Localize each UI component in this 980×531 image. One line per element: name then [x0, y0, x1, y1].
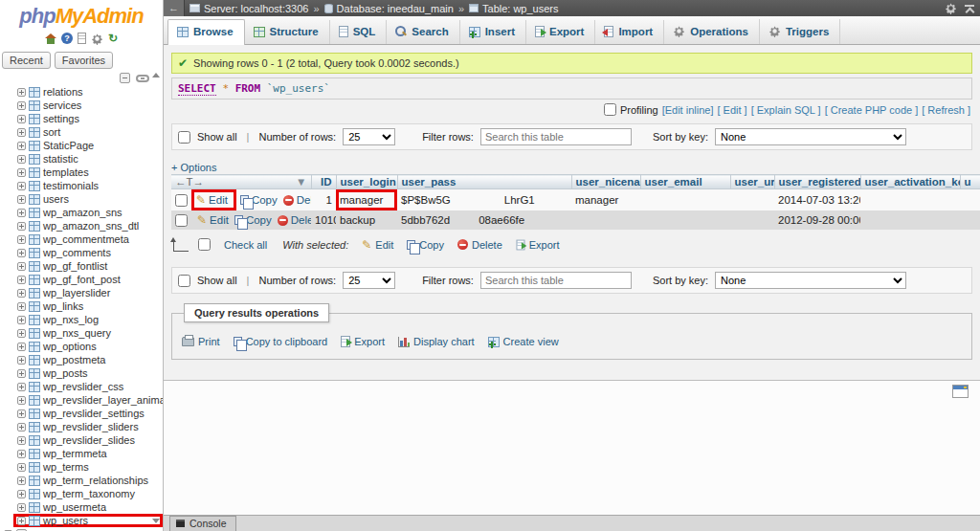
sidebar-table-item[interactable]: wp_postmeta	[13, 353, 163, 366]
check-all-checkbox[interactable]	[198, 238, 211, 251]
expand-icon[interactable]	[17, 88, 26, 97]
sidebar-table-item[interactable]: wp_options	[13, 340, 163, 353]
expand-icon[interactable]	[17, 222, 26, 231]
expand-icon[interactable]	[17, 383, 26, 391]
sidebar-table-item[interactable]: wp_commentmeta	[13, 232, 163, 246]
column-header-user-login[interactable]: user_login	[336, 175, 397, 189]
expand-icon[interactable]	[17, 128, 26, 137]
tab-insert[interactable]: Insert	[460, 20, 526, 44]
edit-inline-link[interactable]: [Edit inline]	[662, 104, 714, 116]
link-panel-icon[interactable]	[136, 75, 149, 82]
sort-by-key-select[interactable]: None	[715, 272, 906, 289]
sidebar-table-item[interactable]: wp_revslider_settings	[13, 407, 163, 420]
sidebar-table-item[interactable]: wp_nxs_query	[13, 326, 163, 340]
delete-row-link[interactable]: Delete	[283, 194, 311, 206]
sidebar-table-item[interactable]: settings	[13, 112, 163, 125]
column-header-user-email[interactable]: user_email	[640, 175, 730, 189]
expand-icon[interactable]	[17, 329, 26, 338]
expand-icon[interactable]	[17, 356, 26, 365]
with-selected-edit[interactable]: ✎Edit	[362, 239, 393, 251]
expand-icon[interactable]	[17, 436, 26, 445]
back-button[interactable]: ←	[164, 0, 185, 16]
expand-icon[interactable]	[17, 517, 26, 525]
expand-icon[interactable]	[17, 423, 26, 431]
sidebar-table-item[interactable]: wp_termmeta	[13, 447, 163, 460]
console-toggle[interactable]: Console	[169, 516, 236, 531]
home-icon[interactable]	[45, 33, 56, 44]
tab-operations[interactable]: Operations	[664, 19, 760, 44]
sidebar-table-item[interactable]: wp_term_taxonomy	[13, 487, 163, 500]
help-icon[interactable]: ?	[61, 33, 73, 44]
expand-icon[interactable]	[17, 369, 26, 378]
favorites-button[interactable]: Favorites	[55, 52, 113, 69]
expand-icon[interactable]	[17, 396, 26, 405]
expand-icon[interactable]	[17, 409, 26, 418]
collapse-all-icon[interactable]	[120, 73, 130, 83]
sort-desc-icon[interactable]: ▼	[296, 176, 306, 188]
sidebar-table-item[interactable]: wp_amazon_sns_dtl	[13, 219, 163, 232]
export-link[interactable]: Export	[341, 336, 385, 347]
explain-sql-link[interactable]: [ Explain SQL ]	[751, 104, 821, 116]
column-header-user-url[interactable]: user_url	[730, 175, 774, 189]
sidebar-table-item[interactable]: wp_usermeta	[13, 500, 163, 514]
recent-button[interactable]: Recent	[2, 52, 51, 69]
expand-icon[interactable]	[17, 195, 26, 204]
copy-row-link[interactable]: Copy	[240, 194, 278, 206]
tab-structure[interactable]: Structure	[245, 20, 330, 44]
sidebar-table-item[interactable]: wp_term_relationships	[13, 474, 163, 487]
sidebar-table-item[interactable]: wp_revslider_layer_animat	[13, 393, 163, 407]
sidebar-table-item[interactable]: wp_layerslider	[13, 286, 163, 299]
expand-icon[interactable]	[17, 463, 26, 472]
sidebar-item-information-schema[interactable]: information_schema	[0, 527, 163, 531]
expand-icon[interactable]	[17, 142, 26, 150]
filter-rows-input[interactable]	[480, 128, 632, 145]
sidebar-table-item[interactable]: wp_revslider_css	[13, 380, 163, 393]
column-header-user-nicename[interactable]: user_nicename	[571, 175, 640, 189]
sidebar-table-item[interactable]: wp_users	[13, 514, 163, 527]
edit-row-link[interactable]: ✎Edit	[196, 194, 228, 206]
sidebar-table-item[interactable]: statistic	[13, 152, 163, 166]
docs-icon[interactable]	[78, 33, 86, 44]
sidebar-table-item[interactable]: wp_nxs_log	[13, 313, 163, 326]
row-checkbox[interactable]	[175, 194, 188, 207]
show-all-checkbox[interactable]	[178, 275, 190, 287]
column-header-user-status[interactable]: u	[960, 175, 980, 189]
expand-icon[interactable]	[17, 302, 26, 311]
display-chart-link[interactable]: Display chart	[398, 336, 475, 347]
num-rows-select[interactable]: 25	[343, 128, 395, 145]
phpmyadmin-logo[interactable]: phpMyAdmin	[0, 0, 163, 29]
edit-link[interactable]: [ Edit ]	[717, 104, 746, 116]
check-all-link[interactable]: Check all	[224, 239, 267, 251]
expand-icon[interactable]	[17, 249, 26, 257]
expand-icon[interactable]	[17, 476, 26, 485]
with-selected-delete[interactable]: Delete	[457, 239, 502, 251]
expand-icon[interactable]	[17, 209, 26, 217]
expand-icon[interactable]	[17, 235, 26, 244]
create-view-link[interactable]: Create view	[488, 336, 559, 347]
expand-icon[interactable]	[17, 115, 26, 123]
filter-rows-input[interactable]	[480, 272, 632, 289]
tab-search[interactable]: Search	[387, 20, 459, 44]
settings-icon[interactable]	[91, 33, 103, 45]
sidebar-table-item[interactable]: wp_gf_fontlist	[13, 259, 163, 273]
column-header-id[interactable]: ID	[311, 175, 336, 189]
tab-export[interactable]: Export	[526, 20, 595, 44]
expand-icon[interactable]	[17, 316, 26, 324]
breadcrumb-server[interactable]: Server: localhost:3306	[189, 3, 308, 14]
show-all-checkbox[interactable]	[178, 131, 190, 144]
sidebar-table-item[interactable]: wp_revslider_sliders	[13, 420, 163, 433]
breadcrumb-database[interactable]: Database: ineedau_main	[324, 3, 454, 14]
options-toggle[interactable]: + Options	[171, 162, 216, 173]
sidebar-table-item[interactable]: services	[13, 99, 163, 112]
with-selected-export[interactable]: Export	[516, 239, 560, 251]
sql-keyword-select[interactable]: SELECT	[178, 82, 216, 96]
edit-row-link[interactable]: ✎Edit	[197, 214, 229, 226]
expand-icon[interactable]	[17, 450, 26, 458]
sidebar-table-item[interactable]: wp_posts	[13, 366, 163, 380]
column-header-user-activation-key[interactable]: user_activation_key	[860, 175, 960, 189]
tab-import[interactable]: Import	[595, 20, 664, 44]
sidebar-table-item[interactable]: StaticPage	[13, 139, 163, 152]
copy-row-link[interactable]: Copy	[234, 214, 272, 226]
row-checkbox[interactable]	[175, 214, 188, 227]
reload-icon[interactable]: ↻	[108, 33, 118, 44]
